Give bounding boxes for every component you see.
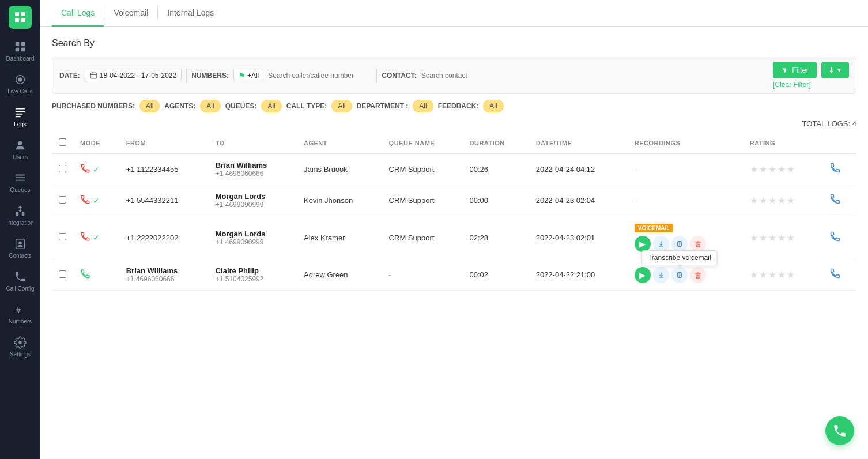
- download-recording-button[interactable]: [653, 236, 669, 252]
- star-4[interactable]: ★: [778, 269, 786, 280]
- row-checkbox[interactable]: [59, 233, 66, 240]
- row-checkbox[interactable]: [59, 165, 66, 172]
- star-1[interactable]: ★: [750, 164, 758, 175]
- header-to: TO: [209, 133, 297, 153]
- star-5[interactable]: ★: [787, 269, 795, 280]
- star-3[interactable]: ★: [768, 164, 776, 175]
- call-type-label: CALL TYPE:: [286, 102, 327, 110]
- total-logs: TOTAL LOGS: 4: [52, 119, 856, 128]
- contact-search[interactable]: [421, 72, 508, 80]
- numbers-flag[interactable]: ⚑ +All: [233, 69, 263, 82]
- from-number: +1 1122334455: [119, 153, 209, 185]
- star-2[interactable]: ★: [759, 232, 767, 243]
- sidebar-item-integration[interactable]: Integration: [0, 199, 40, 232]
- call-action-icon[interactable]: [829, 233, 841, 244]
- purchased-numbers-pill[interactable]: All: [139, 100, 160, 112]
- svg-rect-2: [15, 18, 19, 22]
- sidebar-item-numbers[interactable]: # Numbers: [0, 298, 40, 330]
- svg-text:#: #: [16, 306, 21, 315]
- from-number: +1 2222022202: [119, 216, 209, 259]
- sidebar-item-contacts[interactable]: Contacts: [0, 232, 40, 265]
- star-3[interactable]: ★: [768, 269, 776, 280]
- rating: ★ ★ ★ ★ ★: [743, 153, 822, 185]
- download-button[interactable]: ⬇ ▼: [821, 62, 849, 78]
- transcribe-voicemail-button[interactable]: [671, 267, 688, 283]
- select-all-checkbox[interactable]: [59, 138, 66, 146]
- row-checkbox[interactable]: [59, 270, 66, 278]
- app-logo: [9, 6, 32, 29]
- sidebar-label-dashboard: Dashboard: [6, 55, 35, 62]
- star-2[interactable]: ★: [759, 195, 767, 206]
- check-icon: ✓: [93, 233, 100, 242]
- call-action-icon[interactable]: [829, 164, 841, 176]
- clear-filter-link[interactable]: [Clear Filter]: [773, 81, 810, 89]
- contact-label: CONTACT:: [382, 72, 416, 80]
- mode-cell: ✓: [80, 194, 112, 207]
- row-checkbox[interactable]: [59, 196, 66, 204]
- recordings: -: [628, 153, 743, 185]
- star-1[interactable]: ★: [750, 232, 758, 243]
- star-4[interactable]: ★: [778, 232, 786, 243]
- table-row: ✓ +1 1122334455 Brian Williams +1 469606…: [52, 153, 856, 185]
- svg-rect-4: [16, 42, 19, 46]
- sub-filter-bar: PURCHASED NUMBERS: All AGENTS: All QUEUE…: [52, 100, 856, 112]
- star-3[interactable]: ★: [768, 232, 776, 243]
- tab-call-logs[interactable]: Call Logs: [52, 0, 104, 27]
- datetime: 2022-04-23 02:04: [529, 185, 628, 216]
- svg-rect-16: [16, 177, 25, 178]
- play-recording-button[interactable]: ▶: [635, 236, 651, 252]
- rating: ★ ★ ★ ★ ★: [743, 259, 822, 291]
- delete-recording-button[interactable]: [690, 267, 706, 283]
- sidebar-item-logs[interactable]: Logs: [0, 100, 40, 133]
- datetime: 2022-04-22 21:00: [529, 259, 628, 291]
- sidebar-label-logs: Logs: [14, 121, 27, 127]
- tab-voicemail[interactable]: Voicemail: [104, 0, 157, 27]
- sidebar-item-queues[interactable]: Queues: [0, 166, 40, 199]
- date-range-picker[interactable]: 18-04-2022 - 17-05-2022: [85, 69, 182, 82]
- download-recording-button[interactable]: [653, 267, 669, 283]
- to-contact: Morgan Lords +1 4699090999: [209, 216, 297, 259]
- sidebar-item-settings[interactable]: Settings: [0, 330, 40, 363]
- call-type-pill[interactable]: All: [331, 100, 352, 112]
- tab-internal-logs[interactable]: Internal Logs: [158, 0, 223, 27]
- star-5[interactable]: ★: [787, 164, 795, 175]
- datetime: 2022-04-24 04:12: [529, 153, 628, 185]
- department-pill[interactable]: All: [413, 100, 433, 112]
- caller-callee-search[interactable]: [268, 72, 372, 80]
- filter-button[interactable]: Filter: [773, 62, 817, 78]
- play-recording-button[interactable]: ▶: [635, 267, 651, 283]
- duration: 00:26: [463, 153, 529, 185]
- svg-rect-5: [21, 42, 25, 46]
- agent-name: Alex Kramer: [297, 216, 382, 259]
- table-row: Brian Williams +1 4696060666 Claire Phil…: [52, 259, 856, 291]
- duration: 02:28: [463, 216, 529, 259]
- transcribe-voicemail-button[interactable]: [671, 236, 688, 252]
- agents-pill[interactable]: All: [200, 100, 220, 112]
- star-2[interactable]: ★: [759, 269, 767, 280]
- svg-rect-7: [21, 48, 25, 51]
- star-3[interactable]: ★: [768, 195, 776, 206]
- svg-rect-1: [21, 12, 25, 16]
- sidebar: Dashboard Live Calls Logs Users Queues I…: [0, 0, 40, 459]
- call-action-icon[interactable]: [829, 195, 841, 207]
- star-5[interactable]: ★: [787, 232, 795, 243]
- star-4[interactable]: ★: [778, 164, 786, 175]
- sidebar-item-call-config[interactable]: Call Config: [0, 265, 40, 298]
- incoming-call-icon: [80, 269, 90, 281]
- fab-call-button[interactable]: [825, 416, 854, 445]
- star-2[interactable]: ★: [759, 164, 767, 175]
- feedback-pill[interactable]: All: [483, 100, 503, 112]
- header-recordings: RECORDINGS: [628, 133, 743, 153]
- sidebar-item-live-calls[interactable]: Live Calls: [0, 67, 40, 100]
- queues-pill[interactable]: All: [261, 100, 281, 112]
- star-4[interactable]: ★: [778, 195, 786, 206]
- call-action-icon[interactable]: [829, 270, 841, 281]
- sidebar-item-dashboard[interactable]: Dashboard: [0, 35, 40, 67]
- recordings-voicemail: ▶ Transcribe voicemail: [628, 259, 743, 291]
- department-label: DEPARTMENT :: [357, 102, 409, 110]
- star-1[interactable]: ★: [750, 195, 758, 206]
- delete-recording-button[interactable]: [690, 236, 706, 252]
- sidebar-item-users[interactable]: Users: [0, 133, 40, 166]
- star-1[interactable]: ★: [750, 269, 758, 280]
- star-5[interactable]: ★: [787, 195, 795, 206]
